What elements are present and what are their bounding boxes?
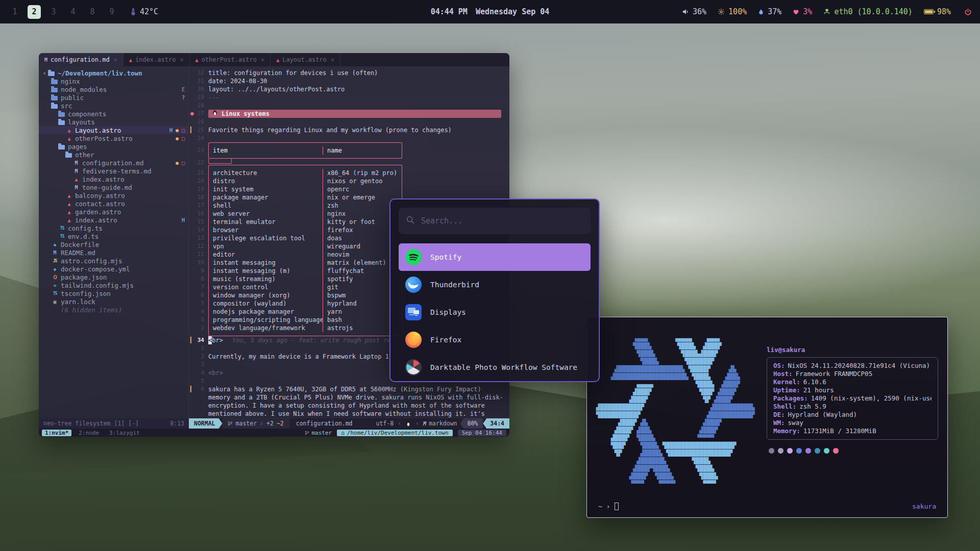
buffer-paragraph: sakura has a Ryzen 5 7640U, 32GB of DDR5… <box>208 385 503 418</box>
volume-module[interactable]: 36% <box>682 7 706 16</box>
close-icon[interactable]: × <box>331 56 334 63</box>
table-row: version controlgit <box>208 283 402 291</box>
tree-item-config.ts[interactable]: TSconfig.ts <box>39 224 188 232</box>
tree-item-readme.md[interactable]: MREADME.md <box>39 248 188 257</box>
tree-item-index.astro[interactable]: ▲index.astro <box>39 175 188 183</box>
battery-icon <box>924 9 934 14</box>
tree-item-layout.astro[interactable]: ▲Layout.astroH●□ <box>39 126 188 134</box>
tree-item-astro.config.mjs[interactable]: JSastro.config.mjs <box>39 257 188 265</box>
filetype-label: markdown <box>429 420 457 427</box>
launcher-item-thunderbird[interactable]: Thunderbird <box>399 271 591 298</box>
ethernet-icon <box>823 8 830 15</box>
tree-item-contact.astro[interactable]: ▲contact.astro <box>39 199 188 208</box>
field-value: 11731MiB / 31280MiB <box>803 427 876 435</box>
workspace-4[interactable]: 4 <box>66 5 80 19</box>
modified-badge: ● <box>176 160 179 166</box>
shell-prompt[interactable]: ~ › sakura <box>598 503 936 510</box>
tree-item-otherpost.astro[interactable]: ▲otherPost.astro●□ <box>39 134 188 142</box>
tab-otherpost.astro[interactable]: ▲otherPost.astro× <box>190 53 271 66</box>
tree-item-label: nginx <box>61 78 80 85</box>
tab-layout.astro[interactable]: ▲Layout.astro× <box>271 53 340 66</box>
tree-item-src[interactable]: src <box>39 102 188 110</box>
tree-item-public[interactable]: public? <box>39 93 188 102</box>
buffer-line: 32title: configuration for devices i use… <box>189 69 503 77</box>
network-module[interactable]: eth0 (10.0.0.140) <box>823 7 913 16</box>
field-value: zsh 5.9 <box>799 403 826 411</box>
battery-module[interactable]: 98% <box>924 7 951 16</box>
tree-item-fediverse-terms.md[interactable]: Mfediverse-terms.md <box>39 167 188 175</box>
clock[interactable]: 04:44 PM Wednesday Sep 04 <box>431 7 550 16</box>
tree-item-tsconfig.json[interactable]: TStsconfig.json <box>39 289 188 297</box>
workspace-3[interactable]: 3 <box>47 5 60 19</box>
tmux-window-3[interactable]: 3:lazygit <box>106 430 143 436</box>
table-cell-item: window manager (xorg) <box>209 291 323 299</box>
markdown-icon: M <box>72 185 80 190</box>
tree-item-6-hidden-items[interactable]: (6 hidden items) <box>39 306 188 314</box>
cpu-module[interactable]: 3% <box>793 7 812 16</box>
fetch-field-uptime: Uptime:21 hours <box>773 386 932 394</box>
tree-item-other[interactable]: other <box>39 151 188 159</box>
tree-item-balcony.astro[interactable]: ▲balcony.astro <box>39 191 188 199</box>
tmux-windows: 1:nvim*2:node3:lazygit <box>42 430 143 436</box>
diff-modified-count: ~2 <box>277 420 284 427</box>
tree-item-components[interactable]: components <box>39 110 188 118</box>
tree-item-env.d.ts[interactable]: TSenv.d.ts <box>39 232 188 240</box>
tab-label: Layout.astro <box>282 56 327 63</box>
tree-item-tailwind.config.mjs[interactable]: ≈tailwind.config.mjs <box>39 281 188 289</box>
workspace-8[interactable]: 8 <box>86 5 99 19</box>
tmux-window-1[interactable]: 1:nvim* <box>42 430 71 436</box>
workspace-1[interactable]: 1 <box>8 5 21 19</box>
tree-item-node-modules[interactable]: node_modulesE <box>39 85 188 93</box>
launcher-item-spotify[interactable]: Spotify <box>399 243 591 271</box>
workspace-2[interactable]: 2 <box>28 5 41 19</box>
power-module[interactable] <box>964 8 972 16</box>
tree-root[interactable]: ▾~/Development/liv.town <box>39 69 188 77</box>
buffer-text: title: configuration for devices i use (… <box>208 69 378 77</box>
close-icon[interactable]: × <box>180 56 183 63</box>
tree-item-dockerfile[interactable]: ◆Dockerfile <box>39 240 188 248</box>
tree-item-garden.astro[interactable]: ▲garden.astro <box>39 208 188 216</box>
os-penguin-icon <box>405 420 411 427</box>
astro-icon: ▲ <box>65 201 73 207</box>
temperature-module[interactable]: 42°C <box>130 7 158 16</box>
clock-date: Wednesday Sep 04 <box>476 7 550 16</box>
launcher-item-label: Thunderbird <box>430 281 479 289</box>
launcher-search[interactable] <box>399 208 591 234</box>
tree-item-nginx[interactable]: nginx <box>39 77 188 85</box>
neo-tree-sidebar: ▾~/Development/liv.townnginxnode_modules… <box>39 66 189 418</box>
launcher-item-firefox[interactable]: Firefox <box>399 326 591 354</box>
launcher-item-darktable-photo-workflow-software[interactable]: Darktable Photo Workflow Software <box>399 354 591 381</box>
brightness-module[interactable]: 100% <box>718 7 747 16</box>
tree-item-yarn.lock[interactable]: ▣yarn.lock <box>39 297 188 306</box>
line-number: 19 <box>189 185 204 193</box>
tmux-datetime: Sep 04 16:44 <box>458 430 506 436</box>
tree-item-tone-guide.md[interactable]: Mtone-guide.md <box>39 183 188 191</box>
search-input[interactable] <box>420 216 583 226</box>
buffer-line: 21architecturex86_64 (rip m2 pro) <box>189 169 503 177</box>
astro-icon: ▲ <box>65 128 73 133</box>
close-icon[interactable]: × <box>114 56 117 63</box>
tab-index.astro[interactable]: ▲index.astro× <box>124 53 190 66</box>
tmux-window-2[interactable]: 2:node <box>76 430 102 436</box>
launcher-item-displays[interactable]: Displays <box>399 298 591 326</box>
disk-module[interactable]: 37% <box>758 7 781 16</box>
tree-item-index.astro[interactable]: ▲index.astroH <box>39 216 188 224</box>
tab-configuration.md[interactable]: Mconfiguration.md× <box>39 53 124 66</box>
harpoon-badge: H <box>169 128 173 133</box>
tree-item-pages[interactable]: pages <box>39 142 188 151</box>
diff-added-count: +2 <box>266 420 274 427</box>
table-cell-item: terminal emulator <box>209 218 323 226</box>
tree-item-layouts[interactable]: layouts <box>39 118 188 126</box>
tree-item-configuration.md[interactable]: Mconfiguration.md●□ <box>39 159 188 167</box>
editor-tabline: Mconfiguration.md×▲index.astro×▲otherPos… <box>39 53 509 66</box>
neotree-statusline: neo-tree filesystem [1] [-] 8:13 <box>39 418 189 429</box>
tree-item-docker-compose.yml[interactable]: ◆docker-compose.yml <box>39 265 188 273</box>
close-icon[interactable]: × <box>261 56 264 63</box>
field-label: Packages: <box>773 394 808 403</box>
workspace-9[interactable]: 9 <box>105 5 118 19</box>
neotree-status-time: 8:13 <box>170 420 184 427</box>
table-cell-name: nixos or gentoo <box>323 177 402 185</box>
folder-icon <box>58 112 65 117</box>
line-number: 10 <box>189 259 204 267</box>
tree-item-package.json[interactable]: {}package.json <box>39 273 188 281</box>
